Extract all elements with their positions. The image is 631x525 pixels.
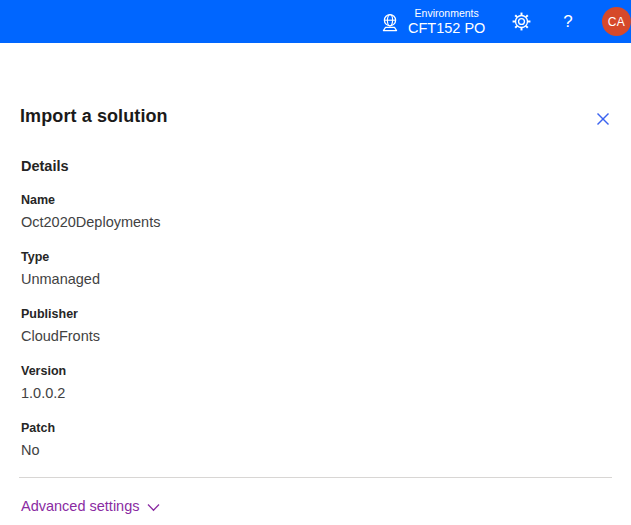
advanced-settings-label: Advanced settings	[21, 497, 140, 516]
environment-picker-button[interactable]: Environments CFT152 PO	[372, 0, 490, 43]
section-divider	[19, 477, 612, 478]
settings-gear-icon	[512, 12, 531, 31]
field-patch-value: No	[21, 441, 631, 460]
close-x-icon	[596, 112, 610, 126]
environments-globe-icon	[380, 12, 400, 34]
field-patch: Patch No	[21, 421, 631, 460]
field-version-value: 1.0.0.2	[21, 384, 631, 403]
field-version-label: Version	[21, 364, 631, 379]
help-button[interactable]: ?	[549, 0, 587, 43]
field-publisher: Publisher CloudFronts	[21, 307, 631, 346]
field-type-value: Unmanaged	[21, 270, 631, 289]
field-name: Name Oct2020Deployments	[21, 193, 631, 232]
panel-content: Details Name Oct2020Deployments Type Unm…	[0, 157, 631, 460]
avatar-initials: CA	[608, 15, 625, 29]
panel-title: Import a solution	[20, 104, 631, 128]
field-publisher-label: Publisher	[21, 307, 631, 322]
environment-picker-current: CFT152 PO	[408, 20, 485, 37]
advanced-settings-toggle[interactable]: Advanced settings	[21, 497, 160, 516]
app-top-bar: Environments CFT152 PO ? CA	[0, 0, 631, 43]
field-name-value: Oct2020Deployments	[21, 213, 631, 232]
field-publisher-value: CloudFronts	[21, 327, 631, 346]
details-section-title: Details	[21, 157, 631, 175]
field-patch-label: Patch	[21, 421, 631, 436]
environment-picker-text: Environments CFT152 PO	[408, 7, 485, 37]
environment-picker-caption: Environments	[415, 7, 479, 20]
close-panel-button[interactable]	[592, 108, 614, 130]
import-solution-panel: Import a solution Details Name Oct2020De…	[0, 43, 631, 525]
field-name-label: Name	[21, 193, 631, 208]
field-version: Version 1.0.0.2	[21, 364, 631, 403]
chevron-down-icon	[147, 503, 160, 512]
field-type-label: Type	[21, 250, 631, 265]
field-type: Type Unmanaged	[21, 250, 631, 289]
help-question-icon: ?	[563, 12, 572, 32]
panel-header: Import a solution	[0, 43, 631, 128]
settings-button[interactable]	[502, 0, 540, 43]
account-avatar[interactable]: CA	[602, 7, 631, 36]
